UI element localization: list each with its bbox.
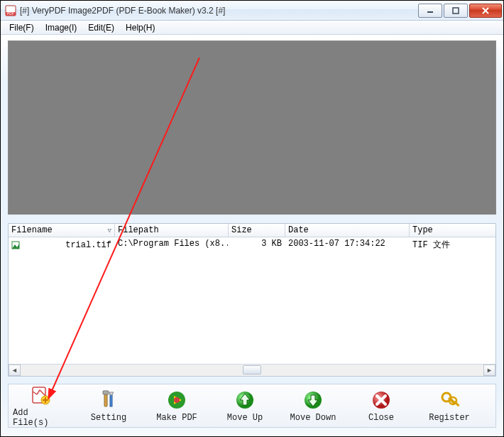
client-area: Filename ▽ Filepath Size Date Type trial…: [1, 35, 503, 436]
svg-text:PDF: PDF: [7, 11, 14, 16]
move-up-label: Move Up: [227, 413, 263, 423]
sort-desc-icon: ▽: [108, 227, 111, 234]
app-icon: PDF: [5, 5, 16, 16]
col-header-filename[interactable]: Filename ▽: [9, 224, 115, 237]
cell-type: TIF 文件: [410, 237, 495, 252]
grid-body: trial.tif C:\Program Files (x8... 3 KB 2…: [9, 237, 495, 364]
col-header-size[interactable]: Size: [229, 224, 285, 237]
col-header-date[interactable]: Date: [285, 224, 410, 237]
preview-panel: [8, 41, 496, 215]
move-down-icon: [302, 389, 324, 411]
menu-image[interactable]: Image(I): [40, 22, 83, 33]
close-window-button[interactable]: [469, 4, 502, 18]
svg-rect-14: [103, 391, 109, 394]
minimize-button[interactable]: [418, 4, 442, 18]
toolbar: Add File(s) Setting Make PD: [8, 384, 496, 428]
horizontal-scrollbar[interactable]: ◄ ►: [9, 364, 495, 376]
window-controls: [417, 4, 502, 18]
setting-label: Setting: [91, 413, 126, 423]
close-icon: [371, 389, 392, 411]
svg-point-19: [174, 397, 180, 403]
move-down-button[interactable]: Move Down: [285, 389, 341, 423]
add-files-button[interactable]: Add File(s): [13, 384, 68, 428]
titlebar: PDF [#] VeryPDF Image2PDF (PDF E-Book Ma…: [1, 1, 503, 21]
add-files-label: Add File(s): [13, 408, 68, 428]
file-type-icon: [11, 241, 20, 249]
move-up-button[interactable]: Move Up: [217, 389, 273, 423]
col-header-filepath[interactable]: Filepath: [115, 224, 229, 237]
register-button[interactable]: Register: [422, 389, 477, 423]
cell-date: 2003-11-07 17:34:22: [285, 237, 410, 252]
cell-size: 3 KB: [229, 237, 285, 252]
setting-icon: [98, 389, 119, 411]
make-pdf-button[interactable]: Make PDF: [149, 389, 204, 423]
col-header-filename-label: Filename: [11, 225, 53, 235]
scroll-thumb[interactable]: [243, 365, 261, 374]
add-files-icon: [30, 384, 51, 406]
register-label: Register: [429, 413, 470, 423]
move-up-icon: [234, 389, 256, 411]
menu-file[interactable]: File(F): [4, 22, 40, 33]
maximize-button[interactable]: [444, 4, 468, 18]
cell-filename: trial.tif: [65, 240, 111, 250]
close-label: Close: [368, 413, 394, 423]
cell-filepath: C:\Program Files (x8...: [115, 237, 229, 252]
file-grid: Filename ▽ Filepath Size Date Type trial…: [8, 223, 496, 377]
svg-rect-4: [453, 8, 459, 14]
table-row[interactable]: trial.tif C:\Program Files (x8... 3 KB 2…: [9, 237, 495, 252]
close-button[interactable]: Close: [354, 389, 409, 423]
scroll-right-button[interactable]: ►: [483, 365, 495, 376]
setting-button[interactable]: Setting: [81, 389, 136, 423]
window-title: [#] VeryPDF Image2PDF (PDF E-Book Maker)…: [20, 6, 225, 16]
make-pdf-icon: [166, 389, 187, 411]
menubar: File(F) Image(I) Edit(E) Help(H): [1, 21, 503, 35]
grid-header: Filename ▽ Filepath Size Date Type: [9, 224, 495, 237]
scroll-left-button[interactable]: ◄: [9, 365, 21, 376]
col-header-type[interactable]: Type: [410, 224, 495, 237]
move-down-label: Move Down: [290, 413, 336, 423]
scroll-track[interactable]: [21, 365, 483, 376]
make-pdf-label: Make PDF: [156, 413, 197, 423]
menu-edit[interactable]: Edit(E): [82, 22, 120, 33]
menu-help[interactable]: Help(H): [120, 22, 160, 33]
register-icon: [439, 389, 460, 411]
